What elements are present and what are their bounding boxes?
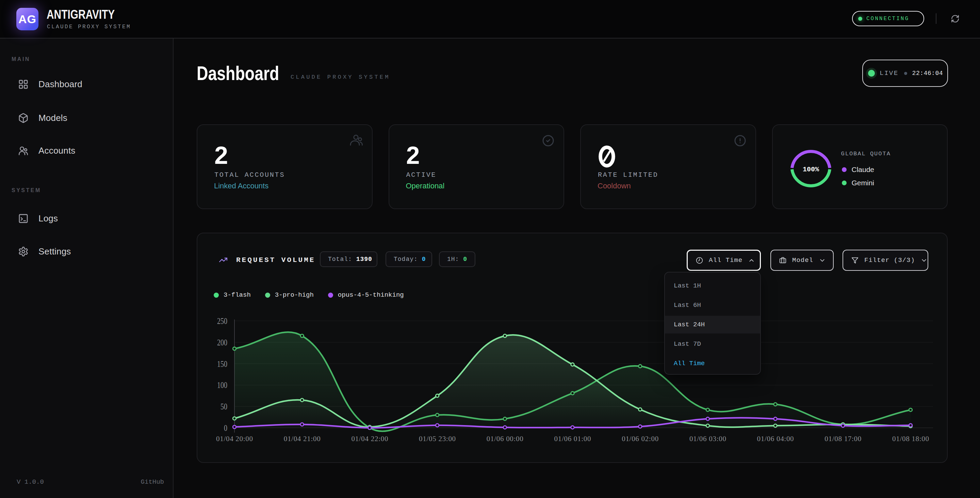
svg-text:250: 250	[217, 316, 227, 326]
svg-text:01/08 18:00: 01/08 18:00	[892, 435, 929, 443]
svg-text:01/06 01:00: 01/06 01:00	[554, 435, 591, 443]
svg-text:200: 200	[217, 338, 227, 348]
svg-text:100: 100	[217, 380, 227, 390]
svg-text:01/06 04:00: 01/06 04:00	[757, 435, 794, 443]
svg-text:01/06 03:00: 01/06 03:00	[689, 435, 726, 443]
svg-text:01/06 00:00: 01/06 00:00	[487, 435, 523, 443]
svg-text:100%: 100%	[802, 166, 819, 173]
svg-text:150: 150	[217, 359, 227, 369]
svg-text:01/04 21:00: 01/04 21:00	[284, 435, 321, 443]
svg-text:01/08 17:00: 01/08 17:00	[824, 435, 861, 443]
svg-text:01/04 22:00: 01/04 22:00	[351, 435, 388, 443]
svg-text:01/04 20:00: 01/04 20:00	[216, 435, 253, 443]
svg-text:0: 0	[224, 423, 227, 433]
svg-text:01/05 23:00: 01/05 23:00	[419, 435, 456, 443]
svg-text:01/06 02:00: 01/06 02:00	[622, 435, 659, 443]
svg-text:50: 50	[221, 402, 227, 412]
